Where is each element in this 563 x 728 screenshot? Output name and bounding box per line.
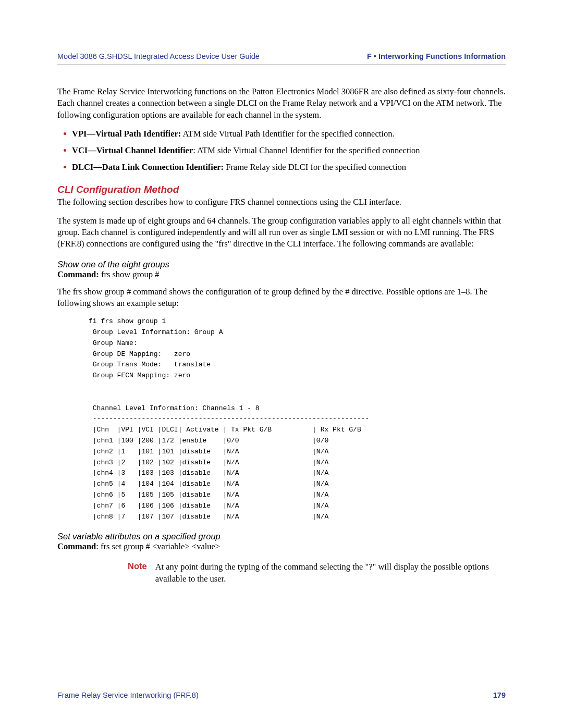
- bullet-bold: VPI—Virtual Path Identifier:: [72, 129, 181, 139]
- bullet-item-dlci: DLCI—Data Link Connection Identifier: Fr…: [57, 162, 506, 173]
- footer-left: Frame Relay Service Interworking (FRF.8): [57, 691, 199, 699]
- command-line-set: Command: frs set group # <variable> <val…: [57, 541, 506, 552]
- header-left: Model 3086 G.SHDSL Integrated Access Dev…: [57, 52, 260, 60]
- note-label: Note: [128, 561, 147, 585]
- subsection-heading-show: Show one of the eight groups: [57, 260, 506, 269]
- page-footer: Frame Relay Service Interworking (FRF.8)…: [57, 691, 506, 699]
- section-heading: CLI Configuration Method: [57, 184, 506, 195]
- command-label: Command:: [57, 269, 99, 279]
- footer-right: 179: [493, 691, 506, 699]
- bullet-rest: ATM side Virtual Path Identifier for the…: [181, 129, 394, 139]
- bullet-rest: : ATM side Virtual Channel Identifier fo…: [193, 145, 420, 155]
- command-line-show: Command: frs show group #: [57, 269, 506, 280]
- bullet-icon: [64, 166, 66, 168]
- section-p2: The system is made up of eight groups an…: [57, 215, 506, 250]
- bullet-icon: [64, 149, 66, 152]
- header-right: F • Interworking Functions Information: [367, 52, 506, 60]
- command-label: Command: [57, 541, 96, 551]
- terminal-output: fi frs show group 1 Group Level Informat…: [89, 316, 506, 522]
- page-header: Model 3086 G.SHDSL Integrated Access Dev…: [57, 52, 506, 60]
- bullet-bold: DLCI—Data Link Connection Identifier:: [72, 162, 224, 172]
- bullet-item-vci: VCI—Virtual Channel Identifier: ATM side…: [57, 145, 506, 156]
- header-rule: [57, 65, 506, 65]
- subsection-heading-set: Set variable attributes on a specified g…: [57, 532, 506, 541]
- bullet-rest: Frame Relay side DLCI for the specified …: [224, 162, 406, 172]
- section-p1: The following section describes how to c…: [57, 196, 506, 208]
- command-text: frs show group #: [99, 269, 160, 279]
- bullet-item-vpi: VPI—Virtual Path Identifier: ATM side Vi…: [57, 128, 506, 140]
- page: Model 3086 G.SHDSL Integrated Access Dev…: [0, 0, 563, 728]
- bullet-list: VPI—Virtual Path Identifier: ATM side Vi…: [57, 128, 506, 174]
- bullet-icon: [64, 132, 66, 135]
- subsection-desc-show: The frs show group # command shows the c…: [57, 286, 506, 310]
- note-text: At any point during the typing of the co…: [155, 561, 506, 585]
- bullet-bold: VCI—Virtual Channel Identifier: [72, 145, 193, 155]
- command-text: : frs set group # <variable> <value>: [96, 541, 220, 551]
- intro-paragraph: The Frame Relay Service Interworking fun…: [57, 86, 506, 121]
- note-block: Note At any point during the typing of t…: [57, 561, 506, 585]
